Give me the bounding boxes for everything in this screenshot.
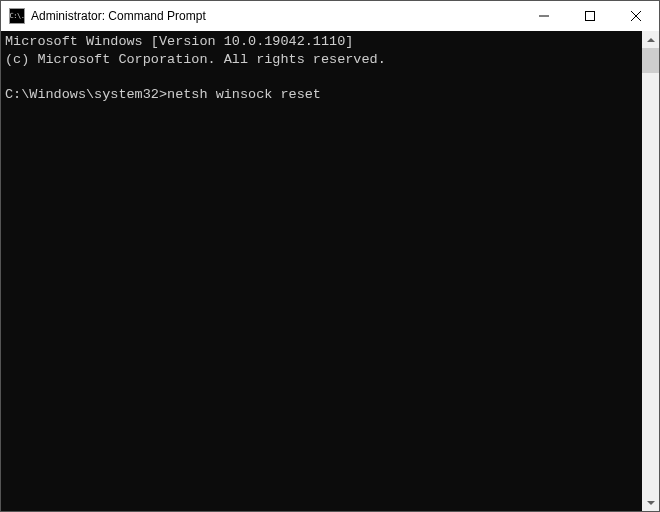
version-line: Microsoft Windows [Version 10.0.19042.11… <box>5 34 353 49</box>
app-icon: C:\. <box>9 8 25 24</box>
app-icon-text: C:\. <box>10 13 25 20</box>
scrollbar-track[interactable] <box>642 48 659 494</box>
scrollbar-thumb[interactable] <box>642 48 659 73</box>
close-button[interactable] <box>613 1 659 31</box>
command-text: netsh winsock reset <box>167 87 321 102</box>
copyright-line: (c) Microsoft Corporation. All rights re… <box>5 52 386 67</box>
titlebar[interactable]: C:\. Administrator: Command Prompt <box>1 1 659 31</box>
console-area: Microsoft Windows [Version 10.0.19042.11… <box>1 31 659 511</box>
scroll-up-icon[interactable] <box>642 31 659 48</box>
svg-marker-5 <box>647 501 655 505</box>
window-controls <box>521 1 659 31</box>
scroll-down-icon[interactable] <box>642 494 659 511</box>
prompt-path: C:\Windows\system32> <box>5 87 167 102</box>
console-output[interactable]: Microsoft Windows [Version 10.0.19042.11… <box>1 31 642 511</box>
svg-marker-4 <box>647 38 655 42</box>
minimize-button[interactable] <box>521 1 567 31</box>
maximize-button[interactable] <box>567 1 613 31</box>
prompt-line: C:\Windows\system32>netsh winsock reset <box>5 87 321 102</box>
window-title: Administrator: Command Prompt <box>31 9 521 23</box>
vertical-scrollbar[interactable] <box>642 31 659 511</box>
command-prompt-window: C:\. Administrator: Command Prompt Micro… <box>0 0 660 512</box>
svg-rect-1 <box>586 12 595 21</box>
